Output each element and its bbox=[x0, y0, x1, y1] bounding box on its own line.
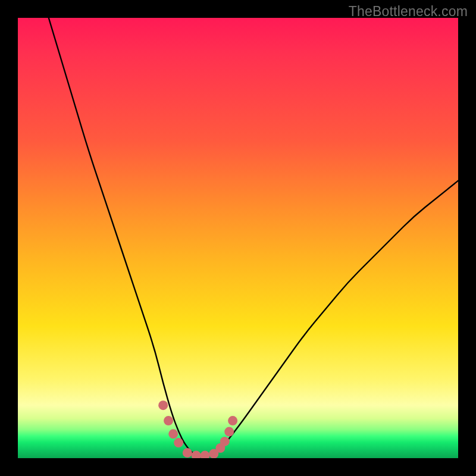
marker-dot bbox=[224, 427, 234, 437]
marker-dot bbox=[183, 448, 192, 458]
marker-dot bbox=[164, 416, 173, 425]
marker-dot bbox=[201, 451, 210, 458]
marker-dot bbox=[228, 416, 237, 425]
marker-dot bbox=[168, 429, 178, 439]
curve-layer bbox=[18, 18, 458, 458]
plot-area bbox=[18, 18, 458, 458]
bottleneck-curve bbox=[49, 18, 458, 456]
chart-frame: TheBottleneck.com bbox=[0, 0, 476, 476]
marker-dot bbox=[158, 400, 168, 410]
marker-dot bbox=[220, 437, 230, 446]
marker-dot bbox=[174, 438, 183, 447]
marker-dot bbox=[192, 451, 201, 458]
watermark-text: TheBottleneck.com bbox=[349, 4, 468, 20]
